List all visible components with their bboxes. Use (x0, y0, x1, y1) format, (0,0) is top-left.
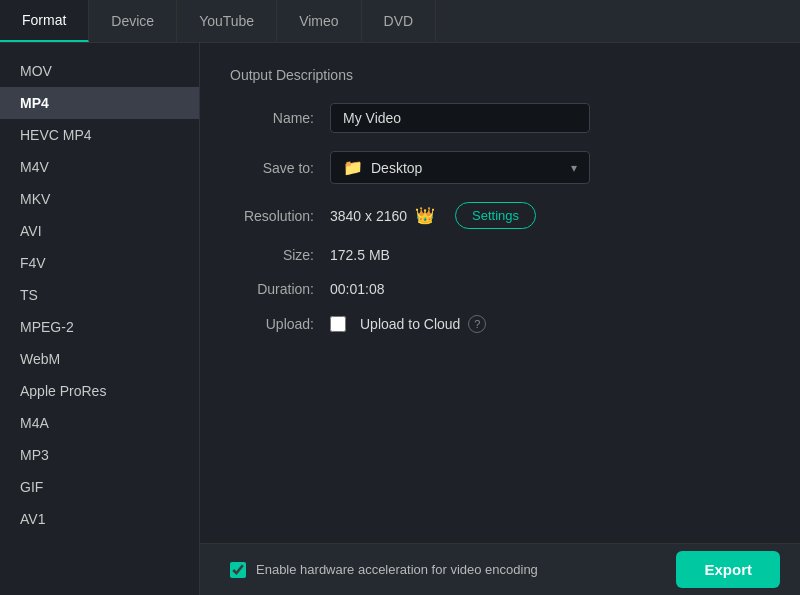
tab-device-label: Device (111, 13, 154, 29)
size-row: Size: 172.5 MB (230, 247, 770, 263)
save-to-row: Save to: 📁 Desktop ▾ (230, 151, 770, 184)
tab-vimeo[interactable]: Vimeo (277, 0, 361, 42)
name-label: Name: (230, 110, 330, 126)
upload-row: Upload: Upload to Cloud ? (230, 315, 770, 333)
tab-vimeo-label: Vimeo (299, 13, 338, 29)
sidebar: MOV MP4 HEVC MP4 M4V MKV AVI F4V TS MPEG… (0, 43, 200, 595)
sidebar-item-m4v[interactable]: M4V (0, 151, 199, 183)
upload-to-cloud-label: Upload to Cloud (360, 316, 460, 332)
bottom-bar: Enable hardware acceleration for video e… (200, 543, 800, 595)
hw-accel-checkbox[interactable] (230, 562, 246, 578)
save-to-dropdown[interactable]: 📁 Desktop ▾ (330, 151, 590, 184)
tab-youtube-label: YouTube (199, 13, 254, 29)
tab-format-label: Format (22, 12, 66, 28)
sidebar-item-mp4[interactable]: MP4 (0, 87, 199, 119)
main-layout: MOV MP4 HEVC MP4 M4V MKV AVI F4V TS MPEG… (0, 43, 800, 595)
upload-label: Upload: (230, 316, 330, 332)
help-icon[interactable]: ? (468, 315, 486, 333)
content-panel: Output Descriptions Name: Save to: 📁 Des… (200, 43, 800, 595)
sidebar-item-mpeg2[interactable]: MPEG-2 (0, 311, 199, 343)
hw-accel-area: Enable hardware acceleration for video e… (230, 562, 538, 578)
size-label: Size: (230, 247, 330, 263)
sidebar-item-ts[interactable]: TS (0, 279, 199, 311)
tab-dvd[interactable]: DVD (362, 0, 437, 42)
sidebar-item-webm[interactable]: WebM (0, 343, 199, 375)
tab-dvd-label: DVD (384, 13, 414, 29)
sidebar-item-avi[interactable]: AVI (0, 215, 199, 247)
name-row: Name: (230, 103, 770, 133)
sidebar-item-av1[interactable]: AV1 (0, 503, 199, 535)
duration-row: Duration: 00:01:08 (230, 281, 770, 297)
section-title: Output Descriptions (230, 67, 770, 83)
chevron-down-icon: ▾ (571, 161, 577, 175)
sidebar-item-hevc-mp4[interactable]: HEVC MP4 (0, 119, 199, 151)
sidebar-item-mkv[interactable]: MKV (0, 183, 199, 215)
sidebar-item-gif[interactable]: GIF (0, 471, 199, 503)
resolution-value: 3840 x 2160 (330, 208, 407, 224)
settings-button[interactable]: Settings (455, 202, 536, 229)
hw-accel-label: Enable hardware acceleration for video e… (256, 562, 538, 577)
duration-value: 00:01:08 (330, 281, 385, 297)
tab-youtube[interactable]: YouTube (177, 0, 277, 42)
tab-device[interactable]: Device (89, 0, 177, 42)
sidebar-item-m4a[interactable]: M4A (0, 407, 199, 439)
output-form: Name: Save to: 📁 Desktop ▾ Resolution: (230, 103, 770, 333)
tab-format[interactable]: Format (0, 0, 89, 42)
duration-label: Duration: (230, 281, 330, 297)
sidebar-item-mp3[interactable]: MP3 (0, 439, 199, 471)
sidebar-item-mov[interactable]: MOV (0, 55, 199, 87)
resolution-label: Resolution: (230, 208, 330, 224)
upload-to-cloud-checkbox[interactable] (330, 316, 346, 332)
save-to-label: Save to: (230, 160, 330, 176)
export-button[interactable]: Export (676, 551, 780, 588)
size-value: 172.5 MB (330, 247, 390, 263)
name-input[interactable] (330, 103, 590, 133)
tab-bar: Format Device YouTube Vimeo DVD (0, 0, 800, 43)
folder-icon: 📁 (343, 158, 363, 177)
save-to-value: Desktop (371, 160, 422, 176)
crown-icon: 👑 (415, 206, 435, 225)
resolution-row: Resolution: 3840 x 2160 👑 Settings (230, 202, 770, 229)
sidebar-item-apple-prores[interactable]: Apple ProRes (0, 375, 199, 407)
sidebar-item-f4v[interactable]: F4V (0, 247, 199, 279)
